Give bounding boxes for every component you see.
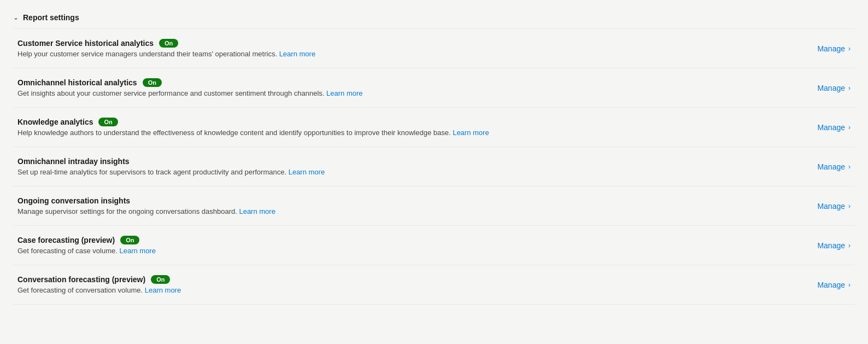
learn-more-link[interactable]: Learn more bbox=[326, 89, 362, 97]
setting-row: Conversation forecasting (preview)OnGet … bbox=[13, 265, 855, 305]
manage-link[interactable]: Manage bbox=[817, 44, 845, 53]
setting-title-row: Knowledge analyticsOn bbox=[17, 118, 489, 126]
learn-more-link[interactable]: Learn more bbox=[289, 168, 325, 176]
setting-left: Customer Service historical analyticsOnH… bbox=[17, 39, 315, 58]
learn-more-link[interactable]: Learn more bbox=[145, 286, 181, 294]
setting-title-row: Omnichannel intraday insights bbox=[17, 157, 325, 166]
manage-link[interactable]: Manage bbox=[817, 84, 845, 92]
setting-description: Get forecasting of conversation volume. … bbox=[17, 286, 181, 294]
setting-title: Case forecasting (preview) bbox=[17, 236, 115, 244]
manage-link[interactable]: Manage bbox=[817, 202, 845, 211]
learn-more-link[interactable]: Learn more bbox=[239, 207, 275, 215]
setting-right: Manage› bbox=[817, 281, 851, 289]
setting-left: Conversation forecasting (preview)OnGet … bbox=[17, 275, 181, 294]
learn-more-link[interactable]: Learn more bbox=[119, 247, 155, 255]
setting-left: Case forecasting (preview)OnGet forecast… bbox=[17, 236, 156, 255]
settings-list: Customer Service historical analyticsOnH… bbox=[13, 28, 855, 305]
learn-more-link[interactable]: Learn more bbox=[453, 129, 489, 137]
manage-link[interactable]: Manage bbox=[817, 162, 845, 171]
setting-row: Omnichannel intraday insightsSet up real… bbox=[13, 147, 855, 186]
setting-left: Omnichannel intraday insightsSet up real… bbox=[17, 157, 325, 176]
setting-right: Manage› bbox=[817, 241, 851, 250]
chevron-right-icon: › bbox=[848, 163, 851, 171]
setting-title: Omnichannel historical analytics bbox=[17, 78, 137, 87]
setting-title: Customer Service historical analytics bbox=[17, 39, 154, 48]
chevron-right-icon: › bbox=[848, 281, 851, 289]
section-title: Report settings bbox=[23, 13, 79, 22]
on-badge: On bbox=[143, 78, 162, 87]
setting-description: Help knowledge authors to understand the… bbox=[17, 129, 489, 137]
on-badge: On bbox=[120, 236, 139, 244]
setting-title: Omnichannel intraday insights bbox=[17, 157, 130, 166]
setting-right: Manage› bbox=[817, 44, 851, 53]
setting-title-row: Case forecasting (preview)On bbox=[17, 236, 156, 244]
setting-title-row: Omnichannel historical analyticsOn bbox=[17, 78, 363, 87]
setting-row: Case forecasting (preview)OnGet forecast… bbox=[13, 226, 855, 265]
chevron-right-icon: › bbox=[848, 45, 851, 53]
setting-description: Help your customer service managers unde… bbox=[17, 50, 315, 58]
on-badge: On bbox=[98, 118, 118, 126]
setting-right: Manage› bbox=[817, 84, 851, 92]
setting-description: Set up real-time analytics for superviso… bbox=[17, 168, 325, 176]
setting-title-row: Conversation forecasting (preview)On bbox=[17, 275, 181, 284]
learn-more-link[interactable]: Learn more bbox=[279, 50, 315, 58]
chevron-down-icon: ⌄ bbox=[13, 14, 19, 21]
setting-description: Get insights about your customer service… bbox=[17, 89, 363, 97]
setting-description: Manage supervisor settings for the ongoi… bbox=[17, 207, 275, 215]
section-header[interactable]: ⌄ Report settings bbox=[13, 9, 855, 28]
chevron-right-icon: › bbox=[848, 242, 851, 249]
manage-link[interactable]: Manage bbox=[817, 241, 845, 250]
setting-right: Manage› bbox=[817, 123, 851, 132]
setting-title-row: Ongoing conversation insights bbox=[17, 196, 275, 205]
setting-title: Conversation forecasting (preview) bbox=[17, 275, 145, 284]
setting-left: Omnichannel historical analyticsOnGet in… bbox=[17, 78, 363, 97]
setting-title: Knowledge analytics bbox=[17, 118, 93, 126]
on-badge: On bbox=[159, 39, 178, 48]
setting-left: Knowledge analyticsOnHelp knowledge auth… bbox=[17, 118, 489, 137]
chevron-right-icon: › bbox=[848, 124, 851, 131]
setting-row: Knowledge analyticsOnHelp knowledge auth… bbox=[13, 108, 855, 147]
chevron-right-icon: › bbox=[848, 202, 851, 210]
setting-title-row: Customer Service historical analyticsOn bbox=[17, 39, 315, 48]
setting-title: Ongoing conversation insights bbox=[17, 196, 130, 205]
setting-description: Get forecasting of case volume. Learn mo… bbox=[17, 247, 156, 255]
setting-row: Ongoing conversation insightsManage supe… bbox=[13, 186, 855, 226]
manage-link[interactable]: Manage bbox=[817, 123, 845, 132]
setting-row: Customer Service historical analyticsOnH… bbox=[13, 28, 855, 68]
chevron-right-icon: › bbox=[848, 84, 851, 92]
page-container: ⌄ Report settings Customer Service histo… bbox=[0, 0, 868, 313]
setting-left: Ongoing conversation insightsManage supe… bbox=[17, 196, 275, 215]
setting-right: Manage› bbox=[817, 162, 851, 171]
setting-right: Manage› bbox=[817, 202, 851, 211]
on-badge: On bbox=[151, 275, 170, 284]
manage-link[interactable]: Manage bbox=[817, 281, 845, 289]
setting-row: Omnichannel historical analyticsOnGet in… bbox=[13, 68, 855, 108]
